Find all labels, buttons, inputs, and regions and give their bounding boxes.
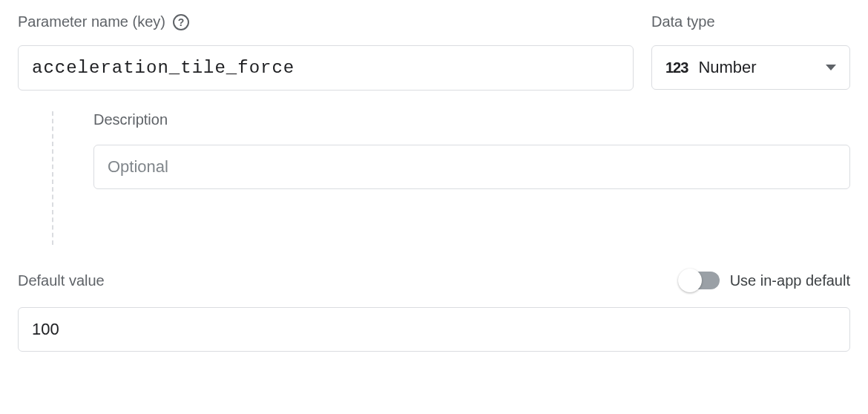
parameter-name-label-row: Parameter name (key) ? [18,13,634,30]
toggle-group: Use in-app default [681,272,850,289]
description-label: Description [93,111,850,128]
parameter-name-label: Parameter name (key) [18,13,165,30]
default-value-label: Default value [18,272,105,289]
number-icon: 123 [665,59,688,76]
toggle-label: Use in-app default [730,272,850,289]
data-type-label: Data type [651,13,715,30]
data-type-label-row: Data type [651,13,850,30]
default-value-input[interactable] [18,307,850,352]
help-icon[interactable]: ? [173,14,189,30]
description-input[interactable] [93,145,850,189]
indent-guide [52,111,53,245]
use-in-app-default-toggle[interactable] [681,272,720,289]
default-value-row: Default value Use in-app default [18,272,850,289]
data-type-column: Data type 123 Number [651,13,850,90]
parameter-name-column: Parameter name (key) ? [18,13,634,91]
data-type-selected-label: Number [698,58,815,77]
data-type-select[interactable]: 123 Number [651,45,850,90]
chevron-down-icon [826,65,836,70]
top-row: Parameter name (key) ? Data type 123 Num… [18,13,850,91]
description-column: Description [93,111,850,245]
parameter-name-input[interactable] [18,45,634,91]
description-block: Description [52,111,850,245]
toggle-knob [678,269,702,292]
